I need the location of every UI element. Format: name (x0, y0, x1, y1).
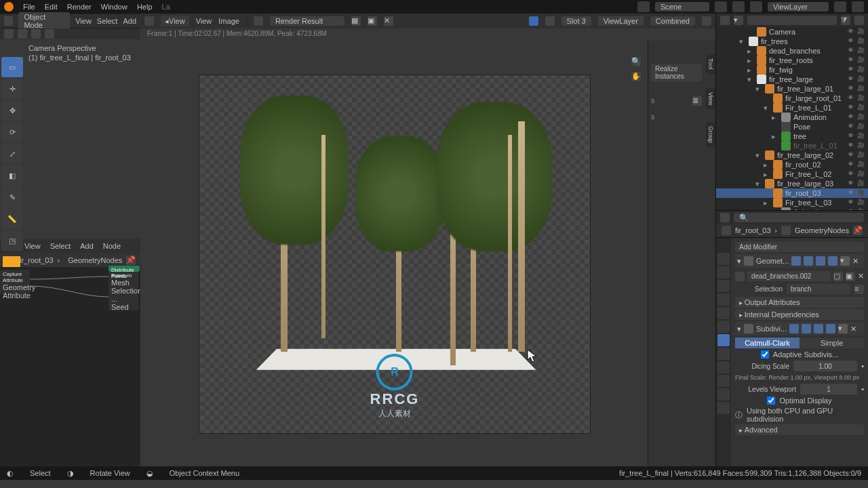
restrict-select-icon[interactable]: 👁 (848, 113, 856, 121)
restrict-render-icon[interactable]: 🎥 (857, 180, 865, 188)
advanced-toggle[interactable]: ▸ Advanced (735, 424, 864, 435)
image-browse-icon[interactable] (254, 16, 263, 26)
image-editor-type-icon[interactable] (144, 16, 154, 26)
restrict-select-icon[interactable]: 👁 (848, 142, 856, 150)
levels-reset-icon[interactable]: • (861, 385, 864, 393)
mode-select[interactable]: Object Mode (18, 12, 70, 30)
restrict-select-icon[interactable]: 👁 (848, 170, 856, 178)
tab-physics[interactable] (717, 361, 730, 373)
restrict-render-icon[interactable]: 🎥 (857, 199, 865, 207)
nodetree-unlink-icon[interactable]: ✕ (858, 272, 864, 281)
npanel-list-icon[interactable]: ≣ (692, 96, 702, 106)
npanel-tab-tool[interactable]: Tool (706, 54, 715, 74)
node-pin-icon[interactable]: 📌 (126, 256, 136, 265)
npanel-tab-view[interactable]: View (706, 88, 715, 109)
restrict-render-icon[interactable]: 🎥 (857, 94, 865, 102)
outliner-row[interactable]: ▸fir_tree_roots👁🎥 (716, 56, 868, 65)
modifier-geometry-nodes-header[interactable]: ▾ Geomet... ▾ ✕ (735, 254, 864, 268)
restrict-render-icon[interactable]: 🎥 (857, 56, 865, 64)
restrict-select-icon[interactable]: 👁 (848, 161, 856, 169)
mod-delete-icon[interactable]: ✕ (852, 257, 859, 266)
layer-select[interactable]: ViewLayer (598, 16, 644, 26)
outliner-row[interactable]: fir_tree_L_01👁🎥 (716, 141, 868, 150)
viewlayer-icon[interactable] (750, 1, 762, 12)
internal-deps-toggle[interactable]: ▸ Internal Dependencies (735, 309, 864, 320)
image-menu-image[interactable]: Image (218, 17, 239, 25)
scene-icon[interactable] (637, 1, 650, 12)
tool-measure[interactable]: 📏 (1, 209, 23, 229)
restrict-select-icon[interactable]: 👁 (848, 47, 856, 55)
restrict-render-icon[interactable]: 🎥 (857, 123, 865, 131)
restrict-select-icon[interactable]: 👁 (848, 199, 856, 207)
scene-del-icon[interactable] (732, 1, 745, 12)
tool-cursor[interactable]: ✛ (1, 79, 23, 99)
subdiv-delete-icon[interactable]: ✕ (850, 325, 856, 333)
tab-world[interactable] (717, 307, 730, 319)
scene-new-icon[interactable] (715, 1, 727, 12)
levels-viewport-field[interactable]: 1 (800, 384, 857, 394)
restrict-select-icon[interactable]: 👁 (848, 28, 856, 36)
tool-annotate[interactable]: ✎ (1, 187, 23, 207)
view3d-menu-select[interactable]: Select (97, 17, 118, 25)
outliner-row[interactable]: ▸Animation👁🎥 (716, 113, 868, 122)
restrict-select-icon[interactable]: 👁 (848, 66, 856, 74)
props-pin-icon[interactable]: 📌 (853, 226, 863, 235)
optimal-display-checkbox[interactable] (767, 396, 775, 405)
tab-data[interactable] (717, 388, 730, 401)
subdiv-realtime-icon[interactable] (789, 324, 799, 333)
restrict-select-icon[interactable]: 👁 (848, 132, 856, 140)
tab-particles[interactable] (717, 348, 730, 360)
subdiv-type-segment[interactable]: Catmull-Clark Simple (735, 338, 864, 348)
restrict-render-icon[interactable]: 🎥 (857, 75, 865, 83)
restrict-select-icon[interactable]: 👁 (848, 189, 856, 197)
node-menu-node[interactable]: Node (103, 242, 121, 250)
restrict-render-icon[interactable]: 🎥 (857, 189, 865, 197)
props-search[interactable]: 🔍 (734, 213, 864, 222)
selection-attr-toggle-icon[interactable]: ≡ (854, 285, 864, 294)
outliner-row[interactable]: fir_root_03👁🎥 (716, 188, 868, 198)
mod-cage-icon[interactable] (828, 256, 837, 266)
outliner-row[interactable]: ▸Fir_tree_L_03👁🎥 (716, 198, 868, 207)
zoom-icon[interactable]: 🔍 (631, 57, 641, 66)
menu-edit[interactable]: Edit (45, 3, 58, 11)
mod-editmode-icon[interactable] (816, 256, 825, 266)
outliner-search[interactable] (747, 16, 837, 25)
pass-select[interactable]: Combined (650, 16, 695, 26)
image-menu-view[interactable]: ◂ View (161, 16, 189, 26)
props-crumb-object[interactable]: fir_root_03 (735, 226, 771, 235)
tool-add-cube[interactable]: ◳ (1, 230, 23, 251)
image-menu-view2[interactable]: View (196, 17, 212, 25)
view3d-viewport[interactable]: ▭ ✛ ✥ ⟳ ⤢ ◧ ✎ 📏 ◳ Camera Perspective (1)… (0, 39, 140, 239)
props-type-icon[interactable] (720, 213, 730, 222)
subdiv-catmull[interactable]: Catmull-Clark (735, 338, 800, 348)
restrict-select-icon[interactable]: 👁 (848, 151, 856, 159)
restrict-select-icon[interactable]: 👁 (848, 56, 856, 64)
mod-render-icon[interactable] (804, 256, 813, 266)
restrict-render-icon[interactable]: 🎥 (857, 170, 865, 178)
node-menu-select[interactable]: Select (50, 242, 71, 250)
subdiv-editmode-icon[interactable] (814, 324, 823, 333)
tab-object[interactable] (717, 321, 730, 333)
outliner-new-collection-icon[interactable] (854, 16, 864, 25)
menu-render[interactable]: Render (67, 3, 92, 11)
selection-value-field[interactable]: branch (787, 284, 850, 294)
pivot-icon[interactable] (18, 29, 27, 39)
tab-render[interactable] (717, 253, 730, 265)
outliner-row[interactable]: ▾fir_tree_large_03👁🎥 (716, 179, 868, 188)
dicing-reset-icon[interactable]: • (861, 362, 864, 370)
nodetree-name-field[interactable]: dead_branches.002 (747, 271, 831, 281)
restrict-render-icon[interactable]: 🎥 (857, 142, 865, 150)
nodetree-new-icon[interactable]: ▣ (846, 272, 855, 281)
restrict-select-icon[interactable]: 👁 (848, 94, 856, 102)
color-mgmt-icon[interactable] (529, 16, 538, 26)
tab-material[interactable] (717, 402, 730, 414)
tool-scale[interactable]: ⤢ (1, 144, 23, 164)
menu-window[interactable]: Window (101, 3, 127, 11)
pan-icon[interactable]: ✋ (631, 72, 641, 81)
menu-layout-tab[interactable]: La (162, 3, 170, 11)
image-settings-icon[interactable] (702, 16, 711, 26)
tab-viewlayer[interactable] (717, 280, 730, 292)
props-crumb-modifier[interactable]: GeometryNodes (795, 226, 849, 235)
restrict-render-icon[interactable]: 🎥 (857, 85, 865, 93)
display-channels-icon[interactable] (545, 16, 555, 26)
